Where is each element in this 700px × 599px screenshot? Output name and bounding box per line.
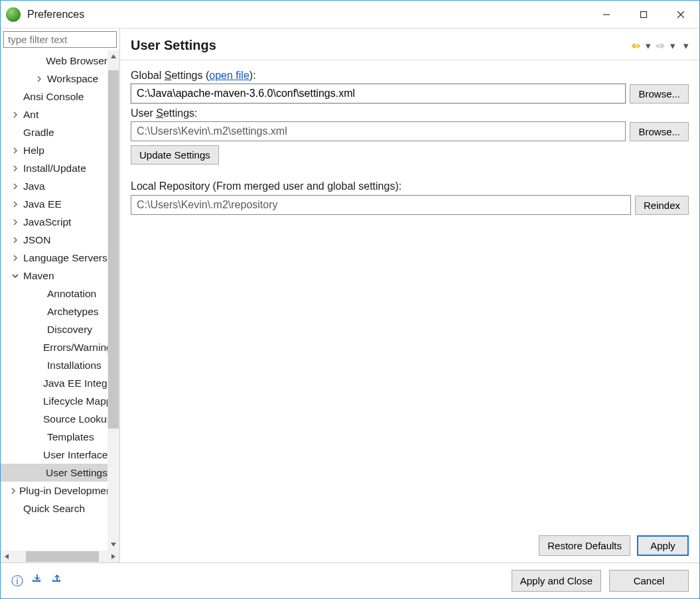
chevron-right-icon[interactable] <box>10 145 21 156</box>
tree-item-label: Ansi Console <box>23 88 84 105</box>
scroll-thumb[interactable] <box>108 70 119 429</box>
tree-item[interactable]: JSON <box>1 231 107 249</box>
tree-item[interactable]: Installations <box>1 356 107 374</box>
chevron-right-icon[interactable] <box>10 486 17 496</box>
bottom-icon-group: ⓘ <box>11 573 63 589</box>
nav-menu-icon[interactable]: ▾ <box>683 40 689 52</box>
scroll-left-icon[interactable] <box>1 551 13 563</box>
page-title: User Settings <box>131 38 216 53</box>
global-settings-input[interactable] <box>131 84 626 103</box>
tree-item[interactable]: Java EE <box>1 195 107 213</box>
local-repo-input[interactable] <box>131 195 631 215</box>
tree-item[interactable]: User Interface <box>1 446 107 464</box>
export-icon[interactable] <box>51 573 63 589</box>
user-browse-button[interactable]: Browse... <box>630 122 689 141</box>
tree-item[interactable]: Quick Search <box>1 499 107 517</box>
form-area: Global Settings (open file): Browse... U… <box>120 60 699 529</box>
hscroll-thumb[interactable] <box>26 551 99 562</box>
reindex-button[interactable]: Reindex <box>635 196 689 215</box>
window-buttons <box>588 1 699 29</box>
tree-item[interactable]: Ant <box>1 105 107 123</box>
svg-rect-1 <box>641 11 647 17</box>
chevron-right-icon[interactable] <box>34 74 44 84</box>
user-settings-input[interactable] <box>131 121 626 141</box>
global-settings-row: Browse... <box>131 84 689 103</box>
tree-item-label: User Interface <box>43 446 107 464</box>
tree-item-label: Errors/Warnings <box>43 338 107 356</box>
chevron-right-icon[interactable] <box>10 253 21 263</box>
tree-item-label: JavaScript <box>23 213 71 231</box>
tree-item[interactable]: Gradle <box>1 123 107 141</box>
tree-item[interactable]: Discovery <box>1 320 107 338</box>
maximize-button[interactable] <box>625 1 662 29</box>
dialog-body: Web BrowserWorkspaceAnsi ConsoleAntGradl… <box>1 29 699 563</box>
vertical-scrollbar[interactable] <box>107 50 119 551</box>
apply-close-button[interactable]: Apply and Close <box>512 570 601 592</box>
sidebar: Web BrowserWorkspaceAnsi ConsoleAntGradl… <box>1 29 120 563</box>
content-bottom-buttons: Restore Defaults Apply <box>120 529 699 563</box>
window-title: Preferences <box>27 9 84 21</box>
chevron-right-icon[interactable] <box>10 235 21 245</box>
tree-item[interactable]: Help <box>1 141 107 159</box>
tree-item[interactable]: Maven <box>1 267 107 285</box>
user-settings-label: User Settings: <box>131 107 689 119</box>
nav-back-icon[interactable]: ⇦ <box>632 40 640 52</box>
restore-defaults-button[interactable]: Restore Defaults <box>539 535 630 556</box>
tree-item[interactable]: Language Servers <box>1 249 107 267</box>
app-icon <box>6 7 21 22</box>
filter-input[interactable] <box>3 31 117 48</box>
local-repo-label: Local Repository (From merged user and g… <box>131 180 689 192</box>
nav-forward-menu-icon[interactable]: ▾ <box>670 40 675 52</box>
tree-item[interactable]: Web Browser <box>1 52 107 70</box>
nav-back-menu-icon[interactable]: ▾ <box>646 40 651 52</box>
tree-item[interactable]: Workspace <box>1 70 107 88</box>
import-icon[interactable] <box>31 573 43 589</box>
tree-item[interactable]: User Settings <box>1 464 107 482</box>
chevron-right-icon[interactable] <box>10 109 21 120</box>
tree-item[interactable]: Templates <box>1 428 107 446</box>
tree-item-label: Language Servers <box>23 249 107 267</box>
tree-item[interactable]: Errors/Warnings <box>1 338 107 356</box>
open-file-link[interactable]: open file <box>209 70 249 81</box>
minimize-button[interactable] <box>588 1 625 29</box>
scroll-down-icon[interactable] <box>107 539 119 551</box>
chevron-right-icon[interactable] <box>10 199 21 210</box>
update-settings-button[interactable]: Update Settings <box>131 145 219 165</box>
chevron-right-icon[interactable] <box>10 217 21 228</box>
tree-item-label: Maven <box>23 267 54 285</box>
tree-item[interactable]: Source Lookup <box>1 410 107 428</box>
tree-item-label: Lifecycle Mappings <box>43 392 107 410</box>
tree-item-label: Annotation <box>47 285 96 302</box>
tree-item[interactable]: Java <box>1 177 107 195</box>
chevron-right-icon[interactable] <box>10 163 21 174</box>
tree-item-label: User Settings <box>46 464 107 482</box>
tree-item-label: Java <box>23 177 45 195</box>
chevron-down-icon[interactable] <box>10 271 21 281</box>
scroll-right-icon[interactable] <box>107 551 119 563</box>
tree-item-label: Discovery <box>47 320 92 338</box>
tree-item[interactable]: Install/Update <box>1 159 107 177</box>
tree-item[interactable]: Annotation <box>1 285 107 302</box>
preferences-tree[interactable]: Web BrowserWorkspaceAnsi ConsoleAntGradl… <box>1 50 107 551</box>
tree-item[interactable]: Plug-in Development <box>1 482 107 499</box>
horizontal-scrollbar[interactable] <box>1 551 119 563</box>
tree-item-label: Installations <box>47 356 102 374</box>
tree-item-label: Java EE Integration <box>43 374 107 392</box>
nav-forward-icon[interactable]: ⇨ <box>656 40 665 52</box>
chevron-right-icon[interactable] <box>10 181 21 192</box>
tree-item[interactable]: Lifecycle Mappings <box>1 392 107 410</box>
scroll-up-icon[interactable] <box>107 50 119 62</box>
content-panel: User Settings ⇦ ▾ ⇨ ▾ ▾ Global Settings … <box>120 29 699 563</box>
help-icon[interactable]: ⓘ <box>11 573 23 589</box>
close-button[interactable] <box>662 1 699 29</box>
tree-item[interactable]: Archetypes <box>1 302 107 320</box>
apply-button[interactable]: Apply <box>637 535 689 556</box>
tree-item[interactable]: Ansi Console <box>1 88 107 105</box>
global-browse-button[interactable]: Browse... <box>630 84 689 103</box>
tree-item-label: Install/Update <box>23 159 86 177</box>
tree-item-label: Quick Search <box>23 499 85 517</box>
cancel-button[interactable]: Cancel <box>609 570 689 592</box>
tree-item[interactable]: Java EE Integration <box>1 374 107 392</box>
tree-item-label: Help <box>23 141 44 159</box>
tree-item[interactable]: JavaScript <box>1 213 107 231</box>
